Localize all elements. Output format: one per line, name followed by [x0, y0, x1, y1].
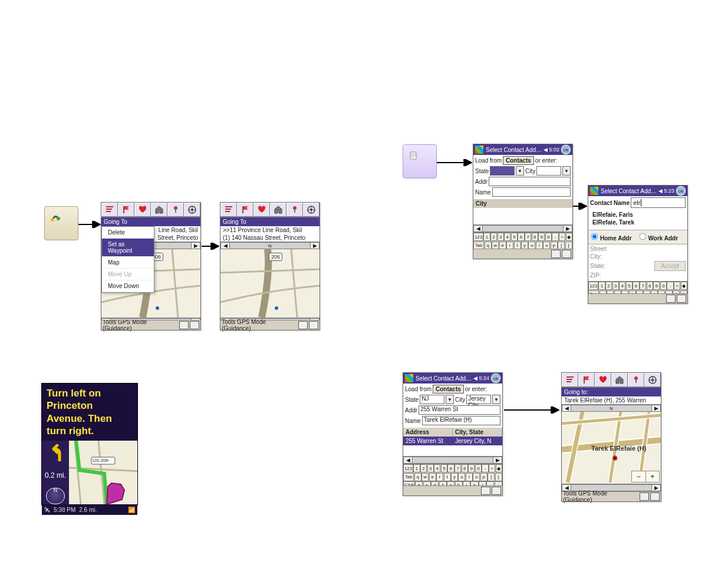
radio-work-addr[interactable]: Work Addr [639, 233, 678, 242]
key-123[interactable]: 123 [473, 233, 483, 241]
key-3[interactable]: 3 [498, 233, 504, 241]
key-t[interactable]: t [444, 473, 451, 481]
key-u[interactable]: u [528, 242, 535, 249]
key--[interactable]: - [552, 233, 558, 241]
key-=[interactable]: = [559, 233, 565, 241]
key-e[interactable]: e [499, 242, 506, 249]
wheel-icon[interactable] [644, 373, 661, 387]
key-6[interactable]: 6 [518, 233, 524, 241]
key-7[interactable]: 7 [525, 233, 531, 241]
home-icon[interactable] [270, 203, 286, 217]
contact-result-1[interactable]: ElRefaie, Faris [590, 209, 686, 219]
key-i[interactable]: i [536, 242, 543, 249]
kbd-toggle-icon[interactable] [179, 321, 189, 329]
soft-keyboard[interactable]: 1231234567890-=◆ Tabqwertyuiop[] CAPasdf… [403, 464, 502, 485]
key-4[interactable]: 4 [504, 233, 510, 241]
key-5[interactable]: 5 [511, 233, 518, 241]
key-Tab[interactable]: Tab [403, 473, 414, 481]
key-=[interactable]: = [489, 464, 495, 472]
key-g[interactable]: g [447, 481, 454, 485]
kbd-toggle-icon[interactable] [298, 321, 308, 329]
name-input[interactable]: Tarek ElRefaie (H) [422, 416, 500, 425]
map-area[interactable]: 206 [220, 249, 319, 318]
key-y[interactable]: y [521, 242, 528, 249]
kbd-toggle-icon[interactable] [551, 250, 561, 258]
menu-delete[interactable]: Delete [102, 227, 154, 239]
task-icon[interactable] [190, 321, 199, 329]
key-◆[interactable]: ◆ [566, 233, 572, 241]
key-i[interactable]: i [466, 473, 473, 481]
key-6[interactable]: 6 [447, 464, 454, 472]
results-scrollbar[interactable]: ◀▶ [473, 224, 572, 232]
key-7[interactable]: 7 [640, 282, 646, 290]
key-5[interactable]: 5 [626, 282, 633, 290]
key-q[interactable]: q [485, 242, 492, 249]
key-1[interactable]: 1 [483, 233, 490, 241]
flag-icon[interactable] [578, 373, 595, 387]
map-scrollbar[interactable]: ◀▶ [101, 318, 200, 320]
key-3[interactable]: 3 [612, 282, 619, 290]
guidance-map[interactable]: US-206 [69, 441, 137, 504]
soft-keyboard[interactable]: 1231234567890-=◆ Tabqwertyuiop[] CAPasdf… [588, 281, 687, 293]
key-4[interactable]: 4 [434, 464, 440, 472]
key--[interactable]: - [667, 282, 673, 290]
addr-input[interactable] [489, 177, 571, 186]
key-o[interactable]: o [473, 473, 480, 481]
key-o[interactable]: o [543, 242, 550, 249]
key-0[interactable]: 0 [545, 233, 552, 241]
radio-home-addr[interactable]: Home Addr [591, 233, 632, 242]
key-h[interactable]: h [455, 481, 463, 485]
key-=[interactable]: = [674, 282, 680, 290]
key-r[interactable]: r [436, 473, 443, 481]
map-area[interactable]: ◉ Tarek ElRefaie (H) − + [562, 412, 661, 484]
waypoint-row[interactable]: >>11 Province Line Road, Skil [220, 226, 319, 234]
results-selected-row[interactable]: 255 Warren St Jersey City, N [403, 437, 502, 445]
key-;[interactable]: ; [486, 481, 494, 485]
list-scrollbar[interactable]: ◀N▶ [562, 404, 661, 412]
key-2[interactable]: 2 [605, 282, 612, 290]
key-k[interactable]: k [470, 481, 478, 485]
key-6[interactable]: 6 [633, 282, 639, 290]
key-3[interactable]: 3 [427, 464, 434, 472]
key-s[interactable]: s [423, 481, 431, 485]
key-p[interactable]: p [480, 473, 487, 481]
menu-set-as-waypoint[interactable]: Set as Waypoint [102, 239, 154, 257]
state-dropdown[interactable] [490, 166, 515, 176]
kbd-toggle-icon[interactable] [640, 492, 649, 501]
key-][interactable]: ] [565, 242, 572, 249]
zoom-control[interactable]: − + [631, 471, 660, 482]
key-d[interactable]: d [431, 481, 439, 485]
sort-icon[interactable] [101, 203, 118, 217]
heart-icon[interactable] [595, 373, 611, 387]
key-][interactable]: ] [495, 473, 502, 481]
key-1[interactable]: 1 [598, 282, 605, 290]
heart-icon[interactable] [253, 203, 270, 217]
key-4[interactable]: 4 [619, 282, 625, 290]
ok-button[interactable]: ok [676, 186, 686, 196]
key-t[interactable]: t [514, 242, 521, 249]
key-w[interactable]: w [492, 242, 499, 249]
task-icon[interactable] [677, 295, 686, 303]
key-0[interactable]: 0 [660, 282, 667, 290]
key-j[interactable]: j [463, 481, 470, 485]
stop-row[interactable]: (1) 140 Nassau Street, Princeto [220, 234, 319, 242]
home-icon[interactable] [151, 203, 167, 217]
key-2[interactable]: 2 [490, 233, 497, 241]
key-r[interactable]: r [506, 242, 513, 249]
key-CAP[interactable]: CAP [403, 481, 415, 485]
kbd-toggle-icon[interactable] [481, 487, 490, 495]
task-icon[interactable] [562, 250, 571, 258]
pin-icon[interactable] [628, 373, 644, 387]
key-1[interactable]: 1 [413, 464, 420, 472]
key-9[interactable]: 9 [653, 282, 660, 290]
city-input[interactable] [536, 166, 561, 176]
key-Tab[interactable]: Tab [473, 242, 484, 249]
key-123[interactable]: 123 [403, 464, 413, 472]
key-p[interactable]: p [551, 242, 558, 249]
key-f[interactable]: f [439, 481, 447, 485]
task-icon[interactable] [650, 492, 660, 501]
key-q[interactable]: q [414, 473, 421, 481]
kbd-toggle-icon[interactable] [666, 295, 676, 303]
wheel-icon[interactable] [184, 203, 200, 217]
city-input[interactable]: Jersey City [466, 395, 491, 404]
